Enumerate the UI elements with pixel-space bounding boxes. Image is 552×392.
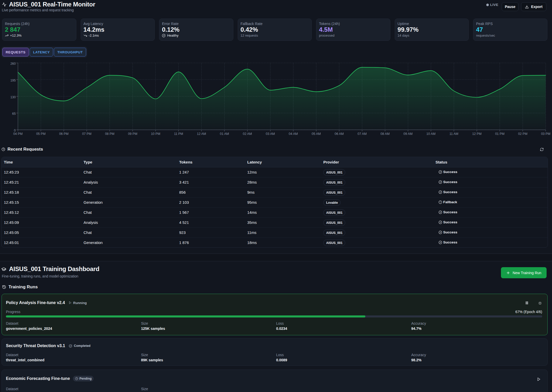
- svg-text:09 AM: 09 AM: [403, 132, 413, 136]
- svg-text:01 PM: 01 PM: [495, 132, 504, 136]
- svg-text:05 PM: 05 PM: [36, 132, 45, 136]
- svg-text:02 AM: 02 AM: [243, 132, 252, 136]
- svg-text:130: 130: [10, 95, 16, 99]
- svg-text:65: 65: [12, 112, 16, 116]
- svg-text:04 AM: 04 AM: [289, 132, 298, 136]
- svg-text:0: 0: [14, 129, 16, 132]
- svg-text:260: 260: [10, 62, 16, 66]
- svg-text:08 AM: 08 AM: [381, 132, 390, 136]
- svg-text:12 PM: 12 PM: [472, 132, 481, 136]
- svg-text:11 PM: 11 PM: [174, 132, 183, 136]
- svg-text:07 AM: 07 AM: [358, 132, 367, 136]
- svg-text:09 PM: 09 PM: [128, 132, 137, 136]
- svg-text:10 PM: 10 PM: [151, 132, 160, 136]
- svg-text:03 AM: 03 AM: [266, 132, 275, 136]
- svg-text:11 AM: 11 AM: [449, 132, 458, 136]
- svg-text:195: 195: [10, 79, 16, 82]
- svg-text:01 AM: 01 AM: [220, 132, 229, 136]
- svg-text:06 AM: 06 AM: [335, 132, 344, 136]
- svg-text:10 AM: 10 AM: [426, 132, 435, 136]
- svg-text:05 AM: 05 AM: [312, 132, 321, 136]
- svg-text:04 PM: 04 PM: [13, 132, 22, 136]
- svg-text:06 PM: 06 PM: [59, 132, 68, 136]
- svg-text:08 PM: 08 PM: [105, 132, 114, 136]
- svg-text:03 PM: 03 PM: [541, 132, 550, 136]
- svg-text:07 PM: 07 PM: [82, 132, 91, 136]
- svg-text:12 AM: 12 AM: [197, 132, 206, 136]
- svg-text:02 PM: 02 PM: [518, 132, 527, 136]
